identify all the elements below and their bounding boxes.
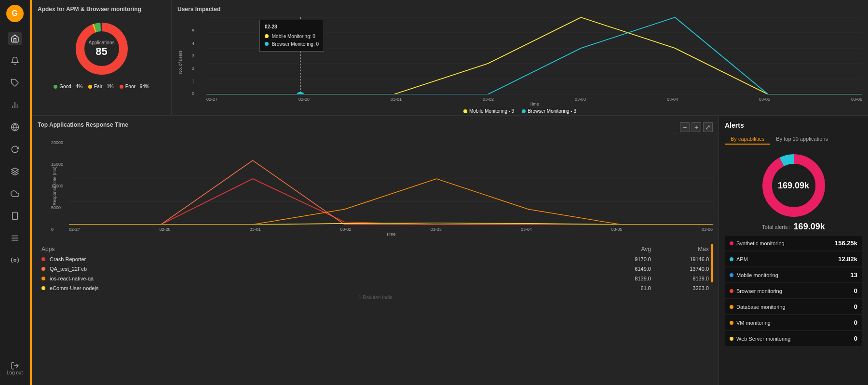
apps-y-label: Response time (ms) [52, 167, 57, 206]
mobile-line [206, 17, 862, 94]
apdex-panel: Apdex for APM & Browser monitoring [32, 0, 172, 115]
y-tick-3: 3 [192, 53, 194, 58]
mobile-monitoring-dot [730, 273, 733, 277]
chart-expand-btn[interactable]: ⤢ [703, 122, 713, 132]
alert-item-mobile: Mobile monitoring 13 [725, 267, 862, 282]
apm-count: 12.82k [838, 255, 857, 263]
users-y-axis: No. of users 0 1 2 3 4 5 [177, 17, 206, 106]
mobile-dot [463, 109, 467, 113]
donut-center-value: 85 [89, 45, 115, 58]
total-alerts-label: Total alerts : [762, 224, 790, 230]
apps-chart-area: 02-27 02-28 03-01 03-02 03-03 03-04 03-0… [69, 133, 713, 239]
users-panel: Users Impacted No. of users 0 1 2 3 4 5 [172, 0, 868, 115]
webserver-monitoring-dot [730, 337, 733, 341]
color-dot-0 [41, 257, 45, 261]
col-max: Max [655, 244, 713, 254]
table-row: eComm-User-nodejs 61.0 3263.0 [38, 283, 713, 293]
sidebar-item-refresh[interactable] [8, 143, 22, 156]
total-alerts-value: 169.09k [794, 222, 825, 232]
donut-center: Applications 85 [89, 40, 115, 58]
alerts-total-display: 169.09k [778, 181, 809, 191]
svg-point-12 [14, 259, 16, 262]
apps-table-wrapper: Apps Avg Max Crash Reporter 9170.0 [38, 244, 713, 293]
alert-item-synthetic: Synthetic monitoring 156.25k [725, 236, 862, 251]
alerts-title: Alerts [725, 121, 862, 129]
sidebar-item-layers[interactable] [8, 165, 22, 178]
apps-header: Top Applications Response Time − + ⤢ [38, 121, 713, 133]
max-1: 13740.0 [655, 264, 713, 274]
sidebar-item-cloud[interactable] [8, 187, 22, 200]
main-content: Apdex for APM & Browser monitoring [32, 0, 868, 385]
y-tick-4: 4 [192, 41, 194, 46]
sidebar-bottom: Log out [7, 361, 23, 380]
app-name-3: eComm-User-nodejs [38, 283, 597, 293]
browser-dot-legend [522, 109, 526, 113]
alert-item-apm: APM 12.82k [725, 252, 862, 266]
apps-table: Apps Avg Max Crash Reporter 9170.0 [38, 244, 713, 293]
sidebar-item-globe[interactable] [8, 120, 22, 134]
chart-minimize-btn[interactable]: − [680, 122, 690, 132]
database-monitoring-name: Database monitoring [736, 304, 786, 310]
avatar[interactable]: G [6, 5, 24, 22]
table-row: Crash Reporter 9170.0 19146.0 [38, 254, 713, 264]
apm-name: APM [736, 256, 748, 262]
chart-add-btn[interactable]: + [692, 122, 701, 132]
browser-monitoring-dot [730, 289, 733, 293]
apps-x-label: Time [69, 232, 713, 237]
apps-chart-svg [69, 133, 713, 225]
alerts-donut-wrapper: 169.09k [758, 149, 830, 222]
mobile-monitoring-count: 13 [851, 271, 857, 279]
tab-by-top-apps[interactable]: By top 10 applications [770, 134, 834, 145]
apps-y-axis: Response time (ms) 0 5000 10000 15000 20… [38, 133, 69, 239]
logout-button[interactable]: Log out [7, 361, 23, 375]
apdex-title: Apdex for APM & Browser monitoring [38, 6, 165, 13]
mobile-monitoring-name: Mobile monitoring [736, 272, 778, 278]
col-apps: Apps [38, 244, 597, 254]
col-avg: Avg [597, 244, 655, 254]
database-monitoring-count: 0 [854, 303, 857, 310]
donut-center-label: Applications [89, 40, 115, 45]
top-row: Apdex for APM & Browser monitoring [32, 0, 868, 116]
users-x-ticks: 02-27 02-28 03-01 03-02 03-03 03-04 03-0… [206, 97, 862, 102]
donut-legend: Good - 4% Fair - 1% Poor - 94% [54, 84, 149, 89]
alerts-panel: Alerts By capabilities By top 10 applica… [719, 116, 868, 385]
watermark: © Rakuten India [38, 293, 713, 302]
users-chart-wrapper: No. of users 0 1 2 3 4 5 [177, 17, 862, 106]
browser-legend: Browser Monitoring - 3 [522, 108, 576, 114]
sidebar-item-bell[interactable] [8, 54, 22, 67]
y-tick-1: 1 [192, 79, 194, 83]
users-chart-svg [206, 17, 862, 94]
apps-x-ticks: 02-27 02-28 03-01 03-02 03-03 03-04 03-0… [69, 227, 713, 232]
sidebar-item-menu[interactable] [8, 231, 22, 245]
color-dot-1 [41, 267, 45, 271]
sidebar-item-tag[interactable] [8, 76, 22, 90]
alert-item-browser: Browser monitoring 0 [725, 283, 862, 298]
synthetic-dot [730, 241, 733, 245]
total-alerts-row: Total alerts : 169.09k [762, 222, 825, 232]
chart-controls: − + ⤢ [680, 122, 713, 132]
sidebar-item-home[interactable] [8, 32, 22, 45]
users-x-label: Time [206, 102, 862, 106]
good-dot [54, 85, 57, 89]
sidebar-item-mobile[interactable] [8, 209, 22, 223]
apdex-donut: Applications 85 [70, 17, 133, 80]
max-2: 8139.0 [655, 274, 713, 283]
legend-poor: Poor - 94% [120, 84, 149, 89]
max-3: 3263.0 [655, 283, 713, 293]
apdex-donut-container: Applications 85 Good - 4% Fair - 1% [38, 17, 165, 89]
poor-dot [120, 85, 123, 89]
mobile-legend: Mobile Monitoring - 9 [463, 108, 514, 114]
apps-chart-wrapper: Response time (ms) 0 5000 10000 15000 20… [38, 133, 713, 239]
qa-test-line [69, 160, 713, 225]
y-tick-2: 2 [192, 66, 194, 71]
database-monitoring-dot [730, 305, 733, 309]
app-name-1: QA_test_22Feb [38, 264, 597, 274]
vm-monitoring-name: VM monitoring [736, 320, 771, 326]
sidebar-item-chart[interactable] [8, 98, 22, 112]
sidebar-item-kit[interactable] [8, 253, 22, 267]
alert-items: Synthetic monitoring 156.25k APM 12.82k … [725, 236, 862, 379]
alert-item-database: Database monitoring 0 [725, 299, 862, 314]
tab-by-capabilities[interactable]: By capabilities [725, 134, 770, 145]
y-tick-5: 5 [192, 28, 194, 33]
synthetic-name: Synthetic monitoring [736, 240, 785, 246]
